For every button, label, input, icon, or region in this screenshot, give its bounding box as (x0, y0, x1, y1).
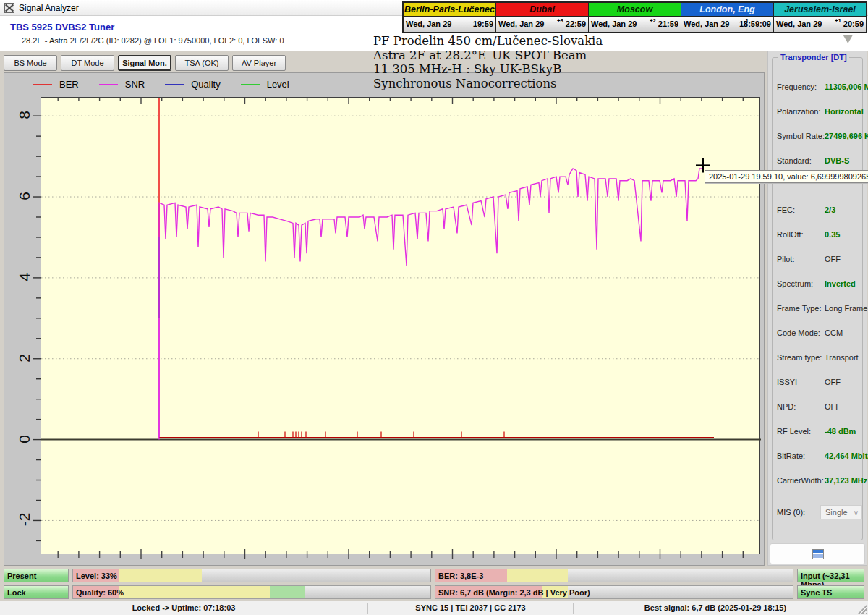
mis-label: MIS (0): (777, 508, 805, 517)
transponder-field-fec-: FEC: 2/3 (777, 205, 859, 216)
transponder-field-standard-: Standard: DVB-S (777, 156, 859, 166)
bar-text: Level: 33% (76, 572, 117, 580)
clock-london-eng: London, Eng Wed, Jan 29 -1 18:59:09 (681, 3, 773, 31)
bar-segment (507, 569, 568, 582)
clock-time: 20:59 (843, 20, 864, 28)
field-value: 0.35 (825, 230, 840, 239)
bar-text: SNR: 6,7 dB (Margin: 2,3 dB | Very Poor) (438, 588, 590, 597)
legend-swatch (241, 84, 260, 85)
status-bar: Locked -> Uptime: 07:18:03 SYNC 15 | TEI… (0, 601, 868, 615)
y-tick-label: 8 (16, 101, 33, 130)
clock-utc-offset: +3 (557, 17, 563, 24)
groupbox-title: Transponder [DT] (778, 53, 849, 62)
clock-berlin-paris-lu-enec: Berlin-Paris-Lučenec Wed, Jan 29 19:59 (404, 3, 495, 31)
field-value: OFF (825, 378, 841, 386)
field-label: BitRate: (777, 451, 805, 460)
y-tick-label: 6 (16, 182, 33, 211)
tab-dt-mode[interactable]: DT Mode (61, 55, 114, 71)
mis-value: Single (825, 508, 848, 517)
clock-time-row: Wed, Jan 29 +3 22:59 (496, 17, 588, 32)
clock-city: London, Eng (681, 3, 773, 17)
field-value: 27499,696 KS/s (825, 132, 868, 140)
tab-bs-mode[interactable]: BS Mode (4, 55, 57, 71)
clock-time: 19:59 (473, 20, 493, 28)
bar-segment (119, 586, 269, 598)
annotation-line: Astra 2F at 28.2°E_UK SPOT Beam (373, 48, 603, 63)
resize-grip[interactable] (858, 605, 867, 614)
transponder-field-rf-level-: RF Level: -48 dBm (777, 427, 859, 437)
field-value: CCM (825, 328, 843, 337)
field-label: RollOff: (777, 230, 803, 239)
field-value: DVB-S (825, 156, 849, 165)
status-flag-lock: Lock (4, 585, 69, 599)
ts-data-button[interactable] (770, 543, 865, 564)
field-label: Code Mode: (777, 328, 820, 337)
transponder-field-npd-: NPD: OFF (777, 402, 859, 412)
tab-tsa-ok-[interactable]: TSA (OK) (175, 55, 229, 71)
y-tick-label: -2 (16, 505, 33, 534)
field-value: Long Frame (825, 304, 867, 313)
legend-item-ber: BER (33, 79, 79, 90)
clock-dubai: Dubai Wed, Jan 29 +3 22:59 (496, 3, 588, 31)
snr-trace (159, 169, 703, 438)
legend-item-snr: SNR (99, 79, 145, 90)
clock-time-row: Wed, Jan 29 -1 18:59:09 (681, 17, 773, 32)
clock-utc-offset: +1 (835, 17, 841, 24)
field-label: Standard: (777, 156, 812, 165)
field-label: Polarization: (777, 107, 821, 116)
field-value: 11305,006 MHz (825, 82, 868, 91)
transponder-field-spectrum-: Spectrum: Inverted (777, 279, 859, 289)
transponder-field-code-mode-: Code Mode: CCM (777, 328, 859, 339)
annotation-line: Synchronous Nanocorrections (373, 77, 603, 91)
y-tick-label: 0 (16, 425, 33, 454)
clock-time-row: Wed, Jan 29 19:59 (404, 17, 495, 32)
transponder-field-symbol-rate-: Symbol Rate: 27499,696 KS/s (777, 132, 859, 142)
legend-label: Quality (191, 79, 220, 90)
chevron-down-icon: ∨ (854, 509, 859, 517)
status-flag-present: Present (4, 569, 69, 582)
field-value: Inverted (825, 279, 856, 288)
app-icon (4, 3, 14, 13)
legend-label: BER (59, 79, 79, 90)
field-value: OFF (825, 255, 841, 263)
legend-swatch (99, 84, 118, 85)
field-label: Spectrum: (777, 279, 813, 288)
clock-time: 22:59 (566, 20, 586, 28)
world-clocks: Berlin-Paris-Lučenec Wed, Jan 29 19:59Du… (402, 1, 867, 33)
mis-row: MIS (0): Single ∨ (777, 508, 859, 517)
data-table-icon (812, 549, 824, 559)
field-label: Frequency: (777, 82, 817, 91)
field-label: RF Level: (777, 427, 811, 436)
field-value: 37,123 MHz (825, 476, 867, 485)
progress-bar-snr: SNR: 6,7 dB (Margin: 2,3 dB | Very Poor) (435, 585, 793, 599)
tab-av-player[interactable]: AV Player (232, 55, 286, 71)
field-label: Stream type: (777, 353, 822, 362)
transponder-field-pilot-: Pilot: OFF (777, 255, 859, 265)
field-label: Symbol Rate: (777, 132, 825, 140)
chart-tooltip: 2025-01-29 19.59.10, value: 6,6999998092… (705, 170, 868, 183)
signal-chart-panel: BER SNR Quality Level 86420-2 (4, 72, 765, 566)
chart-svg (41, 98, 761, 555)
field-label: Frame Type: (777, 304, 822, 313)
clock-moscow: Moscow Wed, Jan 29 +2 21:59 (589, 3, 681, 31)
annotation-overlay: PF Prodelin 450 cm/Lučenec-Slovakia Astr… (373, 34, 603, 90)
tab-signal-mon-[interactable]: Signal Mon. (118, 55, 171, 71)
field-value: -48 dBm (825, 427, 856, 436)
clock-date: Wed, Jan 29 (684, 20, 729, 28)
transponder-sidebar: Transponder [DT] Frequency: 11305,006 MH… (767, 51, 867, 566)
transponder-field-bitrate-: BitRate: 42,464 Mbit/s (777, 451, 859, 462)
signal-plot[interactable] (41, 97, 760, 554)
transponder-field-polarization-: Polarization: Horizontal (777, 107, 859, 117)
legend-label: SNR (125, 79, 145, 90)
transponder-field-frequency-: Frequency: 11305,006 MHz (777, 82, 859, 93)
clock-jerusalem-israel: Jerusalem-Israel Wed, Jan 29 +1 20:59 (774, 3, 866, 31)
statusbar-sync-counters: SYNC 15 | TEI 2037 | CC 2173 (368, 603, 573, 612)
field-value: OFF (825, 402, 841, 411)
clock-date: Wed, Jan 29 (776, 20, 822, 28)
transponder-field-frame-type-: Frame Type: Long Frame (777, 304, 859, 314)
field-label: FEC: (777, 205, 795, 214)
device-config: 28.2E - Astra 2E/2F/2G (ID: 0282) @ LOF1… (22, 36, 284, 45)
field-value: Transport (825, 353, 859, 362)
clock-utc-offset: +2 (650, 17, 656, 24)
mis-select[interactable]: Single ∨ (820, 505, 862, 519)
